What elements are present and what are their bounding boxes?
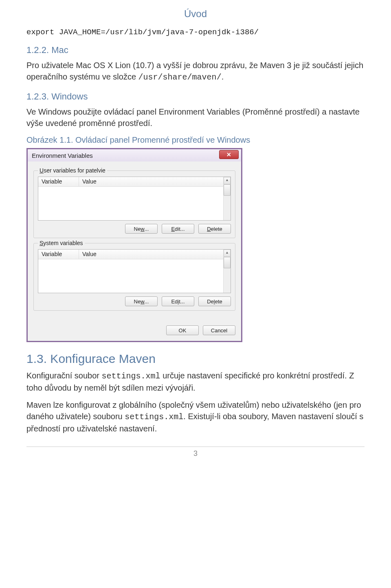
scroll-thumb[interactable]: [224, 257, 231, 268]
delete-user-var-button[interactable]: Delete: [198, 224, 231, 234]
list-header: Variable Value: [38, 250, 231, 259]
paragraph-windows: Ve Windows použijte ovládací panel Envir…: [26, 106, 365, 129]
group-label-system: System variables: [38, 240, 85, 246]
page-number: 3: [26, 447, 365, 458]
scroll-up-icon[interactable]: ▴: [224, 250, 231, 257]
close-button[interactable]: ✕: [219, 150, 239, 159]
user-variables-group: User variables for patelvie Variable Val…: [33, 170, 235, 238]
col-variable[interactable]: Variable: [38, 250, 79, 259]
scrollbar[interactable]: ▴: [223, 177, 231, 220]
ok-button[interactable]: OK: [166, 325, 199, 335]
scroll-thumb[interactable]: [224, 184, 231, 196]
inline-code: /usr/share/maven/: [138, 73, 222, 82]
delete-sys-var-button[interactable]: Delete: [198, 296, 231, 306]
new-sys-var-button[interactable]: New...: [125, 296, 158, 306]
scroll-up-icon[interactable]: ▴: [224, 177, 231, 184]
dialog-title: Environment Variables: [32, 152, 219, 159]
paragraph-config-2: Maven lze konfigurovat z globálního (spo…: [26, 399, 365, 434]
text: ser variables for patelvie: [44, 167, 105, 174]
close-icon: ✕: [226, 151, 231, 158]
text: .: [222, 72, 224, 81]
code-export-line: export JAVA_HOME=/usr/lib/jvm/java-7-ope…: [26, 28, 365, 37]
new-user-var-button[interactable]: New...: [125, 224, 158, 234]
col-value[interactable]: Value: [79, 177, 231, 186]
env-vars-dialog: Environment Variables ✕ User variables f…: [26, 148, 242, 342]
col-variable[interactable]: Variable: [38, 177, 79, 186]
scrollbar[interactable]: ▴: [223, 250, 231, 293]
page-header: Úvod: [26, 8, 365, 20]
col-value[interactable]: Value: [79, 250, 231, 259]
edit-user-var-button[interactable]: Edit...: [162, 224, 194, 234]
heading-windows: 1.2.3. Windows: [26, 91, 365, 102]
edit-sys-var-button[interactable]: Edit...: [162, 296, 194, 306]
figure-caption: Obrázek 1.1. Ovládací panel Promenné pro…: [26, 135, 365, 145]
text: ystem variables: [43, 240, 83, 246]
inline-code: settings.xml: [102, 371, 160, 381]
paragraph-config-1: Konfigurační soubor settings.xml určuje …: [26, 370, 365, 393]
paragraph-mac: Pro uživatele Mac OS X Lion (10.7) a vyš…: [26, 60, 365, 83]
list-header: Variable Value: [38, 177, 231, 187]
heading-mac: 1.2.2. Mac: [26, 45, 365, 55]
cancel-button[interactable]: Cancel: [203, 325, 235, 335]
group-label-user: User variables for patelvie: [38, 167, 107, 174]
inline-code: settings.xml: [125, 412, 183, 422]
text: Konfigurační soubor: [26, 371, 102, 380]
user-variables-listbox[interactable]: Variable Value ▴: [38, 177, 231, 221]
system-variables-listbox[interactable]: Variable Value ▴: [38, 249, 231, 293]
heading-config: 1.3. Konfigurace Maven: [26, 352, 365, 366]
system-variables-group: System variables Variable Value ▴ New...…: [33, 243, 235, 311]
dialog-titlebar: Environment Variables ✕: [28, 149, 241, 161]
